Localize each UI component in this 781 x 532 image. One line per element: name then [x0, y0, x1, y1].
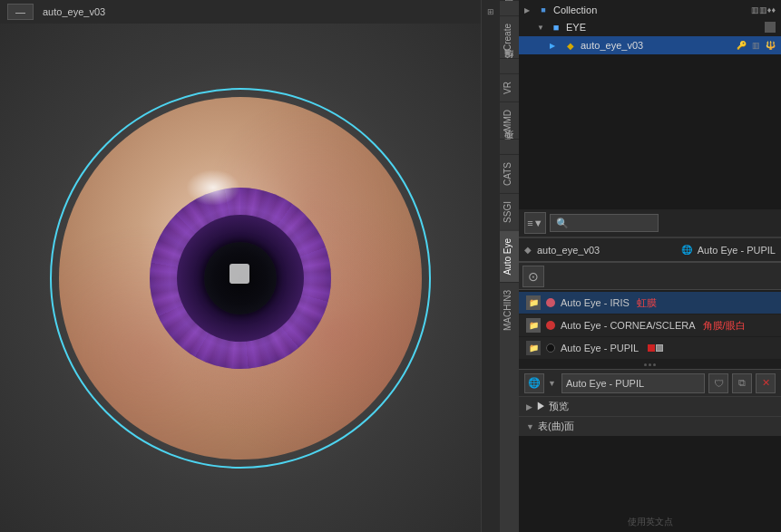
middle-toolbar: ⊞ — [481, 0, 499, 532]
eye-specular-highlight — [186, 169, 240, 206]
eye-render-canvas — [0, 24, 481, 532]
side-tab-auto-eye[interactable]: Auto Eye — [500, 230, 519, 283]
copy-icon-btn[interactable]: ⧉ — [732, 373, 752, 393]
viewport-header: — auto_eye_v03 — [0, 0, 481, 24]
eye-ball-mesh — [59, 97, 422, 459]
outliner-search-input[interactable] — [550, 214, 659, 232]
pupil-folder-icon: 📁 — [526, 341, 541, 355]
auto-eye-obj-name: auto_eye_v03 — [581, 40, 643, 51]
pupil-gray-sq — [656, 344, 663, 352]
plugin-obj-icon: ◆ — [524, 245, 532, 255]
3d-viewport[interactable]: — auto_eye_v03 — [0, 0, 481, 532]
surface-label: 表(曲)面 — [538, 420, 574, 433]
shield-icon-btn[interactable]: 🛡 — [708, 373, 728, 393]
pupil-mesh — [204, 242, 277, 314]
plugin-right-label: Auto Eye - PUPIL — [698, 245, 776, 256]
properties-toolbar: ⊙ — [519, 263, 781, 290]
divider-dots-area — [519, 361, 781, 369]
side-tab-create[interactable]: Create — [500, 15, 519, 58]
delete-icon-btn[interactable]: ✕ — [756, 373, 776, 393]
prop-icon-object-btn[interactable]: ⊙ — [522, 266, 544, 287]
viewport-toggle-btn[interactable]: — — [7, 4, 34, 20]
obj-filter-icon: 🔱 — [766, 41, 776, 50]
dot-3 — [653, 363, 656, 366]
iris-color-dot — [546, 298, 555, 307]
folder-icon: 📁 — [529, 298, 539, 307]
copy-icon: ⧉ — [738, 377, 746, 389]
material-name-text: Auto Eye - PUPIL — [566, 378, 644, 389]
side-tab-mmd[interactable]: MMD — [500, 102, 519, 139]
cornea-color-dot — [546, 321, 555, 330]
obj-vis-icon: ▥ — [752, 41, 760, 50]
side-tab-machin3[interactable]: MACHIN3 — [500, 282, 519, 338]
toolbar-icon-1[interactable]: ⊞ — [483, 4, 499, 20]
eye-collection-icon: ■ — [550, 21, 562, 34]
cornea-chinese-label: 角膜/眼白 — [703, 319, 746, 333]
iris-folder-icon: 📁 — [526, 295, 541, 310]
plugin-cornea-row[interactable]: 📁 Auto Eye - CORNEA/SCLERA 角膜/眼白 — [519, 314, 781, 336]
side-tab-ssgi[interactable]: SSGI — [500, 193, 519, 230]
sphere-icon: 🌐 — [528, 377, 541, 389]
object-icon: ⊙ — [528, 269, 539, 284]
right-panel: ▶ ■ Collection ▥▥♦♦ ▼ ■ EYE ▶ ◆ auto_eye… — [519, 0, 781, 532]
viewport-object-name: auto_eye_v03 — [43, 6, 105, 17]
expand-arrow-obj: ▶ — [550, 42, 559, 50]
mesh-icon: ◆ — [564, 39, 577, 52]
cornea-label: Auto Eye - CORNEA/SCLERA — [561, 320, 696, 331]
pupil-label: Auto Eye - PUPIL — [561, 343, 639, 353]
plugin-header-row: ◆ auto_eye_v03 🌐 Auto Eye - PUPIL — [519, 237, 781, 261]
side-tab-vr[interactable]: VR — [500, 73, 519, 102]
plugin-pupil-row[interactable]: 📁 Auto Eye - PUPIL — [519, 337, 781, 359]
surface-panel-header[interactable]: ▼ 表(曲)面 — [519, 416, 781, 436]
pupil-mini-indicators — [648, 344, 663, 352]
expand-arrow-collection: ▶ — [524, 6, 533, 15]
eye-vis-checkbox — [765, 22, 776, 33]
obj-key-icon: 🔑 — [737, 41, 747, 50]
collection-name: Collection — [553, 5, 597, 15]
plugin-iris-row[interactable]: 📁 Auto Eye - IRIS 虹膜 — [519, 292, 781, 314]
delete-icon: ✕ — [762, 377, 770, 389]
cornea-icon: 📁 — [529, 321, 539, 330]
selector-arrow: ▼ — [548, 379, 556, 388]
surface-arrow: ▼ — [526, 422, 534, 431]
vis-camera-icon: ▥▥♦♦ — [751, 5, 776, 15]
outliner-collection-row[interactable]: ▶ ■ Collection ▥▥♦♦ — [519, 0, 781, 18]
expand-arrow-eye: ▼ — [537, 24, 546, 32]
side-tabs-panel: 视图 Create 编组 VR MMD 杂项 CATS SSGI Auto Ey… — [499, 0, 519, 532]
material-selector-row: 🌐 ▼ Auto Eye - PUPIL 🛡 ⧉ ✕ — [519, 369, 781, 396]
outliner-eye-collection-row[interactable]: ▼ ■ EYE — [519, 18, 781, 36]
material-name-selector[interactable]: Auto Eye - PUPIL — [561, 373, 705, 393]
bottom-hint: 使用英文点 — [628, 516, 673, 528]
preview-label: ▶ 预览 — [536, 400, 569, 413]
side-tab-杂项[interactable]: 杂项 — [500, 139, 519, 154]
outliner-filter-btn[interactable]: ≡▼ — [524, 212, 546, 234]
preview-panel-header[interactable]: ▶ ▶ 预览 — [519, 396, 781, 416]
outliner-search-bar: ≡▼ — [519, 209, 781, 237]
filter-icon: ≡▼ — [527, 218, 542, 228]
plugin-rows-list: 📁 Auto Eye - IRIS 虹膜 📁 Auto Eye - CORNEA… — [519, 290, 781, 361]
cornea-folder-icon: 📁 — [526, 318, 541, 333]
selector-icon-btn[interactable]: 🌐 — [524, 373, 544, 393]
properties-section: ⊙ 📁 Auto Eye - IRIS 虹膜 📁 Auto Eye - CORN — [519, 263, 781, 532]
outliner-auto-eye-row[interactable]: ▶ ◆ auto_eye_v03 🔑 ▥ 🔱 — [519, 36, 781, 54]
plugin-sphere-icon: 🌐 — [681, 245, 692, 255]
dot-1 — [644, 363, 647, 366]
eye-collection-name: EYE — [566, 22, 586, 33]
outliner-empty-area — [519, 54, 781, 209]
bottom-overflow-area: 使用英文点 — [519, 436, 781, 532]
shield-icon: 🛡 — [714, 378, 724, 389]
iris-label: Auto Eye - IRIS — [561, 297, 630, 308]
iris-chinese-label: 虹膜 — [637, 296, 657, 310]
side-tab-cats[interactable]: CATS — [500, 154, 519, 193]
pupil-red-sq — [648, 344, 655, 352]
pupil-highlight — [229, 264, 249, 284]
dot-2 — [649, 363, 651, 366]
pupil-icon: 📁 — [529, 343, 539, 353]
side-tab-编组[interactable]: 编组 — [500, 58, 519, 73]
side-tab-视图[interactable]: 视图 — [500, 0, 519, 15]
preview-arrow: ▶ — [526, 402, 532, 411]
iris-mesh — [150, 188, 331, 369]
pupil-color-dot — [546, 343, 555, 353]
plugin-obj-name: auto_eye_v03 — [537, 245, 600, 256]
outliner-panel: ▶ ■ Collection ▥▥♦♦ ▼ ■ EYE ▶ ◆ auto_eye… — [519, 0, 781, 263]
